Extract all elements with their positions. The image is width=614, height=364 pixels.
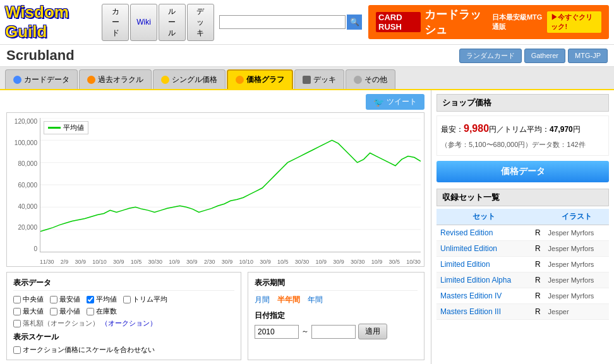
checkbox-row-1: 中央値 最安値 平均値 トリム平均	[13, 295, 234, 304]
table-row: Masters Edition IIIRJesper	[436, 304, 609, 320]
tab-past-oracle[interactable]: 過去オラクル	[79, 69, 152, 89]
checkbox-minval[interactable]: 最小値	[50, 307, 80, 316]
page-title: Scrubland	[6, 47, 75, 64]
date-label: 日付指定	[255, 310, 418, 321]
x-label-19: 30/5	[389, 259, 400, 265]
tab-price-graph[interactable]: 価格グラフ	[227, 69, 293, 89]
checkbox-row-2: 最大値 最小値 在庫数	[13, 307, 234, 316]
tab-card-data-label: カードデータ	[24, 74, 69, 85]
period-buttons: 月間 半年間 年間	[255, 295, 418, 305]
x-labels: 11/30 2/9 30/9 10/10 30/9 10/5 30/30 10/…	[40, 259, 421, 265]
auction-link[interactable]: （オークション）	[101, 319, 157, 328]
left-panel: 🐦 ツイート 120,000 100,000 80,000 60,000 40,…	[0, 90, 431, 364]
checkbox-stock-label: 在庫数	[96, 307, 117, 316]
avg-value: 47,970	[550, 125, 573, 134]
rarity-cell: R	[531, 288, 545, 304]
x-label-0: 11/30	[40, 259, 54, 265]
nav-rule-btn[interactable]: ルール	[159, 4, 186, 41]
checkbox-min-label: 最安値	[59, 295, 80, 304]
avg-unit: 円	[573, 125, 581, 134]
date-from-input[interactable]	[255, 325, 299, 339]
tab-icon-blue	[13, 76, 21, 84]
tab-other[interactable]: その他	[346, 69, 395, 89]
set-name-cell[interactable]: Masters Edition III	[436, 304, 531, 320]
min-price-label: 最安：	[441, 125, 464, 134]
checkbox-stock[interactable]: 在庫数	[87, 307, 117, 316]
search-button[interactable]: 🔍	[347, 15, 362, 30]
tab-icon-orange	[87, 76, 95, 84]
date-to-input[interactable]	[311, 325, 356, 339]
y-label-4: 80,000	[7, 160, 37, 167]
tab-single-price[interactable]: シングル価格	[153, 69, 226, 89]
tab-deck[interactable]: デッキ	[294, 69, 344, 89]
mtgjp-link[interactable]: MTG-JP	[568, 49, 608, 63]
set-name-cell[interactable]: Limited Edition	[436, 257, 531, 273]
checkbox-avg-label: 平均値	[96, 295, 117, 304]
rarity-cell: R	[531, 304, 545, 320]
table-row: Masters Edition IVRJesper Myrfors	[436, 288, 609, 304]
checkbox-scale-input[interactable]	[13, 346, 21, 354]
period-half-year-btn[interactable]: 半年間	[277, 295, 300, 305]
x-label-3: 10/10	[92, 259, 107, 265]
rarity-cell: R	[531, 225, 545, 241]
display-data-box: 表示データ 中央値 最安値 平均値	[6, 272, 241, 360]
checkbox-min-input[interactable]	[50, 296, 57, 303]
tab-deck-label: デッキ	[313, 74, 336, 85]
y-label-6: 120,000	[7, 118, 37, 125]
set-name-cell[interactable]: Masters Edition IV	[436, 288, 531, 304]
checkbox-stock-input[interactable]	[87, 308, 94, 315]
tab-single-price-label: シングル価格	[172, 74, 217, 85]
x-label-6: 30/30	[148, 259, 163, 265]
price-data-button[interactable]: 価格データ	[436, 161, 609, 182]
checkbox-max-label: 最大値	[23, 307, 44, 316]
col-rarity-header	[531, 209, 545, 225]
logo[interactable]: Wisdom Guild	[5, 3, 95, 42]
search-area: 🔍	[219, 15, 362, 30]
set-name-cell[interactable]: Unlimited Edition	[436, 241, 531, 257]
tab-card-data[interactable]: カードデータ	[5, 69, 78, 89]
set-name-cell[interactable]: Limited Edition Alpha	[436, 273, 531, 288]
period-month-btn[interactable]: 月間	[255, 295, 270, 305]
rarity-cell: R	[531, 257, 545, 273]
checkbox-median-input[interactable]	[13, 296, 21, 303]
rarity-cell: R	[531, 273, 545, 288]
checkbox-median[interactable]: 中央値	[13, 295, 44, 304]
checkbox-minval-label: 最小値	[59, 307, 80, 316]
checkbox-auction-input[interactable]	[13, 320, 21, 327]
x-label-2: 30/9	[75, 259, 87, 265]
random-card-link[interactable]: ランダムカード	[459, 49, 522, 63]
y-label-0: 0	[7, 245, 37, 252]
tweet-button[interactable]: 🐦 ツイート	[366, 94, 424, 110]
checkbox-avg[interactable]: 平均値	[87, 295, 117, 304]
set-name-cell[interactable]: Revised Edition	[436, 225, 531, 241]
period-year-btn[interactable]: 年間	[308, 295, 323, 305]
tweet-bar: 🐦 ツイート	[6, 94, 424, 110]
checkbox-max-input[interactable]	[13, 308, 21, 315]
checkbox-trim-input[interactable]	[123, 296, 131, 303]
checkbox-minval-input[interactable]	[50, 308, 57, 315]
apply-button[interactable]: 適用	[358, 324, 387, 339]
search-input[interactable]	[219, 15, 346, 29]
col-illustrator-header: イラスト	[545, 209, 609, 225]
nav-deck-btn[interactable]: デッキ	[187, 4, 214, 41]
banner-main-text: カードラッシュ	[424, 7, 488, 37]
avg-label: ／トリム平均：	[497, 125, 550, 134]
checkbox-trim[interactable]: トリム平均	[123, 295, 167, 304]
checkbox-avg-input[interactable]	[87, 296, 94, 303]
nav-wiki-btn[interactable]: Wiki	[130, 4, 157, 41]
illustrator-cell: Jesper Myrfors	[545, 273, 609, 288]
tweet-label: ツイート	[387, 97, 417, 107]
y-label-5: 100,000	[7, 139, 37, 146]
tab-past-oracle-label: 過去オラクル	[98, 74, 143, 85]
banner[interactable]: CARD RUSH カードラッシュ 日本最安級MTG通販 ▶今すぐクリック!	[368, 5, 609, 39]
checkbox-trim-label: トリム平均	[133, 295, 167, 304]
checkbox-max[interactable]: 最大値	[13, 307, 44, 316]
table-row: Limited Edition AlphaRJesper Myrfors	[436, 273, 609, 288]
gatherer-link[interactable]: Gatherer	[524, 49, 565, 63]
checkbox-min[interactable]: 最安値	[50, 295, 80, 304]
tabs-bar: カードデータ 過去オラクル シングル価格 価格グラフ デッキ その他	[0, 67, 614, 90]
nav-card-btn[interactable]: カード	[102, 4, 129, 41]
x-label-16: 30/9	[333, 259, 344, 265]
shop-price-header: ショップ価格	[436, 94, 609, 112]
price-line	[40, 140, 421, 231]
